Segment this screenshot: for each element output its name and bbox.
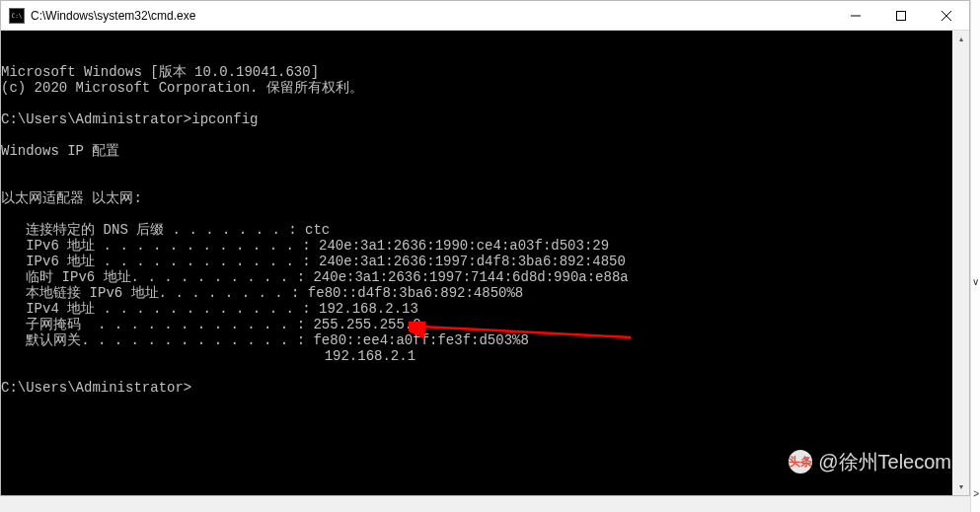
terminal-line: 192.168.2.1	[1, 348, 969, 364]
terminal-line: IPv6 地址 . . . . . . . . . . . . : 240e:3…	[1, 238, 969, 254]
terminal-line	[1, 127, 969, 143]
watermark-logo-icon: 头条	[789, 450, 812, 474]
terminal-line	[1, 206, 969, 222]
adjacent-window-edge: ∨ >	[970, 0, 980, 512]
titlebar[interactable]: C:\Windows\system32\cmd.exe	[1, 1, 969, 31]
terminal-line: IPv4 地址 . . . . . . . . . . . . : 192.16…	[1, 301, 969, 317]
watermark-text: @徐州Telecom	[818, 454, 951, 470]
window-controls	[833, 1, 969, 30]
cmd-icon	[9, 8, 25, 24]
terminal-line: C:\Users\Administrator>ipconfig	[1, 111, 969, 127]
terminal-line: 连接特定的 DNS 后缀 . . . . . . . : ctc	[1, 222, 969, 238]
terminal-line: 本地链接 IPv6 地址. . . . . . . . : fe80::d4f8…	[1, 285, 969, 301]
maximize-button[interactable]	[878, 1, 924, 30]
terminal-line	[1, 96, 969, 111]
terminal-line: (c) 2020 Microsoft Corporation. 保留所有权利。	[1, 80, 969, 96]
terminal-line	[1, 364, 969, 380]
terminal-line	[1, 175, 969, 190]
vertical-scrollbar[interactable]: ▴ ▾	[952, 31, 969, 495]
terminal-line: IPv6 地址 . . . . . . . . . . . . : 240e:3…	[1, 254, 969, 269]
cmd-window: C:\Windows\system32\cmd.exe Microsoft Wi…	[0, 0, 970, 496]
minimize-button[interactable]	[833, 1, 878, 30]
terminal-output[interactable]: Microsoft Windows [版本 10.0.19041.630](c)…	[1, 31, 969, 495]
terminal-line: 临时 IPv6 地址. . . . . . . . . . : 240e:3a1…	[1, 269, 969, 285]
terminal-line: 子网掩码 . . . . . . . . . . . . : 255.255.2…	[1, 317, 969, 332]
scroll-down-button[interactable]: ▾	[952, 478, 969, 495]
watermark: 头条 @徐州Telecom	[789, 450, 951, 474]
close-button[interactable]	[924, 1, 969, 30]
terminal-line: Windows IP 配置	[1, 143, 969, 159]
svg-rect-1	[897, 11, 906, 20]
terminal-line: 默认网关. . . . . . . . . . . . . : fe80::ee…	[1, 332, 969, 348]
terminal-line	[1, 159, 969, 175]
terminal-line: C:\Users\Administrator>	[1, 380, 969, 396]
scroll-up-button[interactable]: ▴	[952, 31, 969, 47]
terminal-line: 以太网适配器 以太网:	[1, 190, 969, 206]
terminal-line: Microsoft Windows [版本 10.0.19041.630]	[1, 64, 969, 80]
window-title: C:\Windows\system32\cmd.exe	[31, 9, 833, 23]
